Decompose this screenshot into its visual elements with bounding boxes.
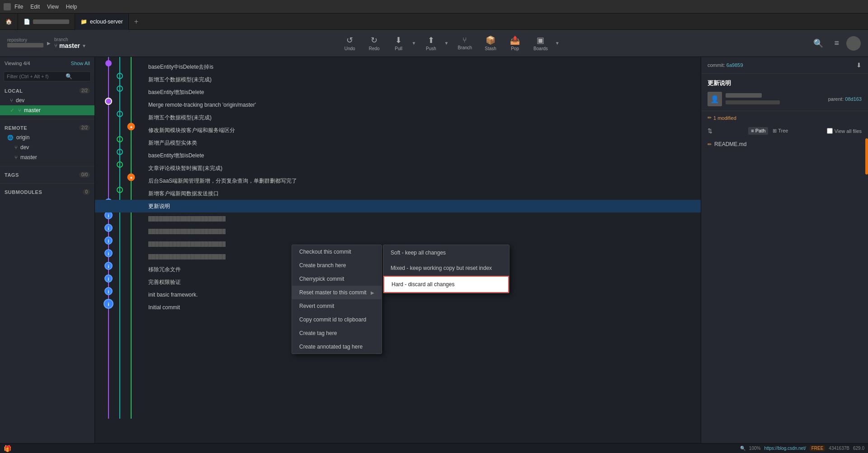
commit-msg-11: 更新说明 bbox=[145, 203, 170, 210]
file-item-readme[interactable]: ✏ README.md bbox=[708, 139, 862, 149]
sidebar-item-master[interactable]: ✓ ⑂ master bbox=[0, 105, 94, 115]
commit-row-5[interactable]: 修改新闻模块按客户端和服务端区分 bbox=[145, 124, 701, 137]
commit-row-8[interactable]: 文章评论模块暂时搁置(未完成) bbox=[145, 162, 701, 175]
tab-home[interactable]: 🏠 bbox=[0, 14, 18, 30]
sidebar-item-dev[interactable]: ⑂ dev bbox=[0, 95, 94, 105]
show-all-button[interactable]: Show All bbox=[71, 61, 90, 66]
commit-row-10[interactable]: 新增客户端新闻数据发送接口 bbox=[145, 187, 701, 200]
user-avatar[interactable] bbox=[846, 36, 861, 51]
menu-edit[interactable]: Edit bbox=[30, 4, 40, 10]
filter-input[interactable] bbox=[7, 74, 66, 79]
commit-msg-16: 移除冗余文件 bbox=[145, 266, 181, 274]
boards-button[interactable]: ▣ Boards bbox=[528, 33, 553, 53]
context-checkout[interactable]: Checkout this commit bbox=[292, 245, 382, 259]
create-annotated-tag-label: Create annotated tag here bbox=[299, 344, 363, 350]
sort-icon[interactable]: ⇅ bbox=[708, 127, 712, 134]
push-button[interactable]: ⬆ Push bbox=[420, 33, 443, 53]
tags-section-header[interactable]: TAGS 0/0 bbox=[0, 170, 94, 179]
branch-button[interactable]: ⑂ Branch bbox=[452, 34, 477, 52]
pop-button[interactable]: 📤 Pop bbox=[504, 33, 526, 53]
commit-row-3[interactable]: Merge remote-tracking branch 'origin/mas… bbox=[145, 99, 701, 111]
submenu-mixed[interactable]: Mixed - keep working copy but reset inde… bbox=[383, 260, 509, 276]
commit-msg-1: 新增五个数据模型(未完成) bbox=[145, 76, 212, 84]
parent-label: parent: bbox=[828, 96, 844, 102]
local-section-header[interactable]: LOCAL 2/2 bbox=[0, 86, 94, 95]
pull-group: ⬇ Pull ▼ bbox=[387, 33, 418, 53]
tab-ecloud-label: ecloud-server bbox=[90, 19, 123, 25]
tab-add-button[interactable]: + bbox=[129, 18, 144, 26]
stash-button[interactable]: 📦 Stash bbox=[479, 33, 502, 53]
commit-msg-10: 新增客户端新闻数据发送接口 bbox=[145, 190, 219, 198]
submodules-section-header[interactable]: SUBMODULES 0 bbox=[0, 187, 94, 197]
repository-label: repository bbox=[7, 38, 43, 42]
submenu-soft[interactable]: Soft - keep all changes bbox=[383, 245, 509, 260]
redo-button[interactable]: ↻ Redo bbox=[363, 33, 386, 53]
right-panel-header: commit: 6a9859 ⬇ bbox=[701, 57, 868, 74]
commit-row-11[interactable]: 更新说明 bbox=[95, 200, 701, 212]
path-view-btn[interactable]: ≡ Path bbox=[748, 127, 768, 135]
branch-dropdown-icon[interactable]: ▼ bbox=[82, 43, 86, 48]
commit-row-0[interactable]: baseEntity中isDelete去掉is bbox=[145, 61, 701, 73]
tab-ecloud-server[interactable]: 📁 ecloud-server bbox=[75, 14, 129, 30]
commit-row-2[interactable]: baseEntity增加isDelete bbox=[145, 86, 701, 99]
push-dropdown-icon[interactable]: ▼ bbox=[443, 41, 451, 46]
boards-label: Boards bbox=[533, 46, 548, 51]
submenu-hard[interactable]: Hard - discard all changes bbox=[383, 276, 509, 293]
commit-row-19[interactable]: Initial commit bbox=[145, 301, 701, 314]
sidebar-item-origin[interactable]: 🌐 origin bbox=[0, 132, 94, 142]
tags-title: TAGS bbox=[5, 172, 19, 178]
main-area: Viewing 4/4 Show All 🔍 LOCAL 2/2 ⑂ dev ✓… bbox=[0, 57, 868, 453]
commit-row-6[interactable]: 新增产品模型实体类 bbox=[145, 137, 701, 149]
pull-dropdown-icon[interactable]: ▼ bbox=[410, 41, 418, 46]
undo-icon: ↺ bbox=[346, 35, 353, 45]
undo-button[interactable]: ↺ Undo bbox=[339, 33, 361, 53]
hamburger-icon[interactable]: ≡ bbox=[830, 37, 843, 50]
tab-blank[interactable]: 📄 bbox=[18, 14, 75, 30]
boards-dropdown-icon[interactable]: ▼ bbox=[553, 41, 561, 46]
commit-msg-9: 后台SaaS端新闻管理新增，分页复杂查询，单删群删都写完了 bbox=[145, 177, 297, 185]
commit-row-4[interactable]: 新增五个数据模型(未完成) bbox=[145, 111, 701, 124]
sidebar-item-origin-dev[interactable]: ⑂ dev bbox=[0, 142, 94, 152]
submodules-count: 0 bbox=[83, 189, 90, 195]
context-menu: Checkout this commit Create branch here … bbox=[292, 245, 382, 354]
context-create-annotated-tag[interactable]: Create annotated tag here bbox=[292, 340, 382, 354]
commit-row-1[interactable]: 新增五个数据模型(未完成) bbox=[145, 73, 701, 86]
commit-msg-5: 修改新闻模块按客户端和服务端区分 bbox=[145, 127, 235, 134]
commit-row-7[interactable]: baseEntity增加isDelete bbox=[145, 149, 701, 162]
remote-title: REMOTE bbox=[5, 125, 27, 131]
gift-icon[interactable]: 🎁 bbox=[4, 445, 11, 452]
commit-row-9[interactable]: 后台SaaS端新闻管理新增，分页复杂查询，单删群删都写完了 bbox=[145, 175, 701, 187]
graph-area: ✦ ✦ i i i i i i bbox=[95, 57, 701, 453]
context-copy-id[interactable]: Copy commit id to clipboard bbox=[292, 313, 382, 326]
branch-name: master bbox=[59, 42, 80, 49]
origin-master-label: master bbox=[20, 154, 37, 160]
view-all-checkbox[interactable] bbox=[827, 128, 833, 134]
tree-view-btn[interactable]: ⊞ Tree bbox=[770, 127, 791, 135]
search-icon[interactable]: 🔍 bbox=[810, 37, 827, 50]
file-modified-icon: ✏ bbox=[708, 142, 712, 147]
context-revert[interactable]: Revert commit bbox=[292, 299, 382, 313]
files-toolbar: ⇅ ≡ Path ⊞ Tree View all files bbox=[701, 124, 868, 137]
commit-msg-15: ██████████████████████ bbox=[145, 254, 226, 260]
context-cherrypick[interactable]: Cherrypick commit bbox=[292, 272, 382, 286]
commit-row-13[interactable]: ██████████████████████ bbox=[145, 225, 701, 238]
context-reset-master[interactable]: Reset master to this commit ▶ bbox=[292, 286, 382, 299]
remote-section-header[interactable]: REMOTE 2/2 bbox=[0, 123, 94, 132]
stash-icon: 📦 bbox=[486, 35, 495, 45]
commit-msg-6: 新增产品模型实体类 bbox=[145, 139, 197, 147]
commit-row-12[interactable]: ██████████████████████ bbox=[145, 212, 701, 225]
download-icon[interactable]: ⬇ bbox=[856, 61, 862, 69]
status-url: https://blog.csdn.net/ bbox=[764, 446, 806, 451]
menu-file[interactable]: File bbox=[14, 4, 23, 10]
pull-button[interactable]: ⬇ Pull bbox=[387, 33, 410, 53]
origin-master-icon: ⑂ bbox=[14, 155, 18, 160]
sidebar-item-origin-master[interactable]: ⑂ master bbox=[0, 152, 94, 162]
view-all-files-toggle[interactable]: View all files bbox=[827, 128, 862, 134]
context-create-tag[interactable]: Create tag here bbox=[292, 326, 382, 340]
parent-hash: 08d163 bbox=[845, 96, 862, 102]
origin-dev-icon: ⑂ bbox=[14, 145, 18, 150]
menu-help[interactable]: Help bbox=[66, 4, 77, 10]
context-create-branch[interactable]: Create branch here bbox=[292, 259, 382, 272]
menu-view[interactable]: View bbox=[47, 4, 59, 10]
scrollbar[interactable] bbox=[865, 138, 868, 175]
